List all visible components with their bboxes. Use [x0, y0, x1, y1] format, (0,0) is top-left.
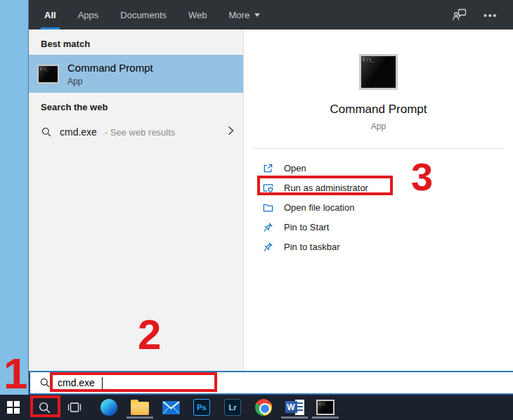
action-pin-to-start[interactable]: Pin to Start — [244, 217, 513, 237]
annotation-step-1: 1 — [4, 352, 26, 395]
action-label: Pin to Start — [284, 222, 329, 232]
taskbar-lightroom-button[interactable]: Lr — [217, 395, 248, 420]
search-input[interactable]: cmd.exe — [29, 371, 513, 395]
command-prompt-icon — [316, 400, 335, 415]
search-icon — [39, 377, 51, 388]
preview-app-type: App — [371, 122, 386, 131]
action-label: Open file location — [284, 202, 354, 213]
tab-all[interactable]: All — [44, 0, 56, 29]
tab-more[interactable]: More — [229, 0, 261, 29]
web-hint: - See web results — [105, 127, 175, 138]
feedback-icon[interactable] — [453, 8, 467, 21]
open-icon — [263, 163, 273, 173]
mail-icon — [162, 401, 180, 414]
best-match-result-command-prompt[interactable]: Command Prompt App — [29, 55, 243, 93]
taskbar-photoshop-button[interactable]: Ps — [186, 395, 217, 420]
web-query: cmd.exe — [60, 126, 97, 138]
search-flyout-window: All Apps Documents Web More ••• Best mat… — [28, 0, 513, 395]
taskbar-mail-button[interactable] — [155, 395, 186, 420]
tab-documents[interactable]: Documents — [120, 0, 167, 29]
action-label: Open — [284, 163, 306, 173]
tab-more-label: More — [229, 10, 250, 20]
preview-panel: Command Prompt App Open Run as admin — [243, 29, 513, 371]
search-icon — [38, 401, 51, 414]
pin-icon — [263, 242, 273, 252]
task-view-button[interactable] — [60, 395, 89, 420]
windows-logo-icon — [7, 401, 20, 414]
action-run-as-administrator[interactable]: Run as administrator — [244, 178, 513, 197]
action-label: Run as administrator — [284, 183, 368, 193]
search-filter-bar: All Apps Documents Web More ••• — [29, 0, 513, 29]
taskbar: Ps Lr W — [0, 395, 513, 420]
start-button[interactable] — [0, 395, 27, 420]
command-prompt-icon — [37, 65, 59, 84]
command-prompt-icon-large — [359, 54, 398, 90]
action-pin-to-taskbar[interactable]: Pin to taskbar — [244, 237, 513, 256]
more-options-icon[interactable]: ••• — [483, 10, 498, 20]
folder-icon — [263, 202, 273, 213]
best-match-header: Best match — [29, 29, 243, 55]
web-search-result[interactable]: cmd.exe - See web results — [29, 120, 243, 144]
chevron-right-icon — [228, 126, 234, 138]
chevron-down-icon — [254, 13, 260, 17]
tab-web[interactable]: Web — [188, 0, 207, 29]
taskbar-word-button[interactable]: W — [279, 395, 310, 420]
text-caret — [102, 377, 103, 389]
photoshop-icon: Ps — [193, 399, 210, 416]
pin-icon — [263, 222, 273, 232]
tab-apps[interactable]: Apps — [78, 0, 99, 29]
search-results-panel: Best match Command Prompt App Search the… — [29, 29, 243, 371]
result-title: Command Prompt — [67, 62, 153, 74]
taskbar-edge-button[interactable] — [93, 395, 124, 420]
action-open-file-location[interactable]: Open file location — [244, 197, 513, 217]
action-label: Pin to taskbar — [284, 242, 340, 252]
taskbar-search-button[interactable] — [29, 395, 60, 420]
preview-app-title: Command Prompt — [330, 103, 427, 117]
taskbar-chrome-button[interactable] — [248, 395, 279, 420]
word-icon: W — [285, 399, 304, 416]
shield-admin-icon — [263, 183, 273, 193]
lightroom-icon: Lr — [224, 399, 241, 416]
taskbar-file-explorer-button[interactable] — [124, 395, 155, 420]
action-open[interactable]: Open — [244, 158, 513, 178]
task-view-icon — [67, 401, 82, 414]
file-explorer-icon — [131, 402, 149, 415]
search-the-web-header: Search the web — [29, 93, 243, 118]
search-icon — [41, 126, 52, 138]
search-input-value: cmd.exe — [58, 377, 95, 388]
context-actions: Open Run as administrator Open file loca… — [244, 149, 513, 256]
taskbar-command-prompt-button[interactable] — [310, 395, 341, 420]
result-type: App — [67, 77, 153, 86]
edge-icon — [100, 399, 117, 416]
chrome-icon — [255, 399, 272, 416]
